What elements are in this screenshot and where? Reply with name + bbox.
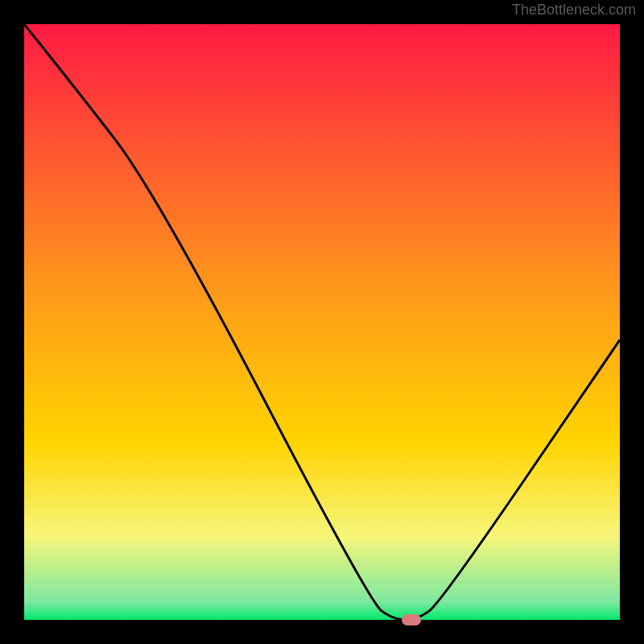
optimal-marker [402, 614, 421, 625]
bottleneck-curve [24, 24, 620, 620]
chart-plot-area [24, 24, 620, 620]
watermark-text: TheBottleneck.com [512, 2, 636, 19]
